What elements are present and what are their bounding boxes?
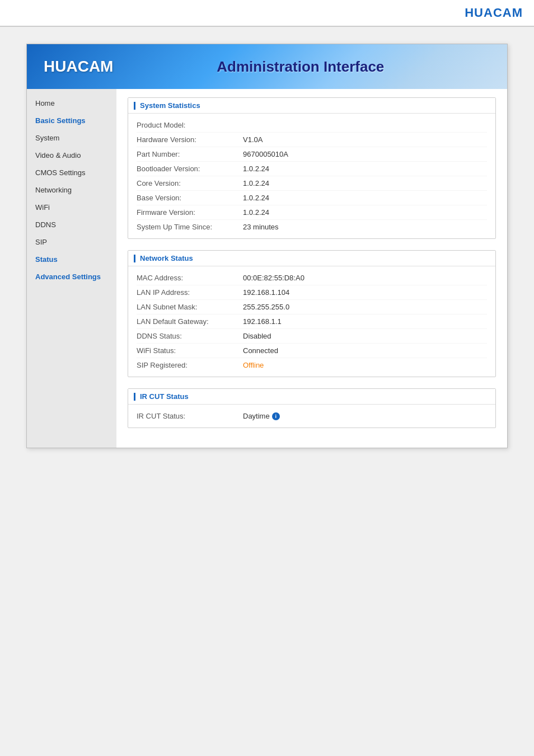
info-label: WiFi Status: (137, 346, 243, 355)
sidebar-item-wifi[interactable]: WiFi (27, 199, 116, 216)
info-label: LAN Default Gateway: (137, 317, 243, 326)
info-label: Core Version: (137, 179, 243, 187)
info-label: MAC Address: (137, 274, 243, 282)
table-row: Hardware Version: V1.0A (137, 133, 487, 147)
top-logo: HUACAM (465, 6, 523, 20)
table-row: Core Version: 1.0.2.24 (137, 176, 487, 191)
panel-title: Administration Interface (217, 58, 384, 76)
sidebar-item-system[interactable]: System (27, 129, 116, 147)
table-row: DDNS Status: Disabled (137, 329, 487, 344)
ir-cut-status-title-bar: IR CUT Status (128, 389, 495, 405)
system-statistics-body: Product Model: Hardware Version: V1.0A P… (128, 114, 495, 238)
ir-cut-status-section: IR CUT Status IR CUT Status: Daytime i (128, 388, 496, 428)
table-row: WiFi Status: Connected (137, 344, 487, 358)
table-row: Product Model: (137, 118, 487, 133)
info-icon: i (272, 412, 280, 420)
info-value: 1.0.2.24 (243, 208, 269, 217)
system-statistics-title: System Statistics (140, 101, 200, 110)
table-row: Base Version: 1.0.2.24 (137, 191, 487, 205)
network-status-body: MAC Address: 00:0E:82:55:D8:A0 LAN IP Ad… (128, 266, 495, 377)
table-row: Part Number: 9670005010A (137, 147, 487, 162)
info-value: 1.0.2.24 (243, 194, 269, 202)
content-area: System Statistics Product Model: Hardwar… (116, 89, 507, 448)
info-label: System Up Time Since: (137, 223, 243, 231)
ir-cut-status-title: IR CUT Status (140, 392, 189, 401)
info-label: Hardware Version: (137, 135, 243, 144)
table-row: Firmware Version: 1.0.2.24 (137, 205, 487, 220)
panel-logo: HUACAM (44, 58, 113, 76)
sidebar-item-cmos-settings[interactable]: CMOS Settings (27, 164, 116, 181)
info-value: 9670005010A (243, 150, 288, 158)
system-statistics-section: System Statistics Product Model: Hardwar… (128, 97, 496, 239)
table-row: LAN IP Address: 192.168.1.104 (137, 285, 487, 300)
network-status-title-bar: Network Status (128, 251, 495, 266)
sidebar-item-advanced-settings[interactable]: Advanced Settings (27, 268, 116, 285)
info-value: Disabled (243, 332, 271, 340)
info-value-ircut: Daytime i (243, 412, 280, 420)
table-row: MAC Address: 00:0E:82:55:D8:A0 (137, 271, 487, 285)
info-label: Base Version: (137, 194, 243, 202)
info-label: SIP Registered: (137, 361, 243, 369)
table-row: System Up Time Since: 23 minutes (137, 220, 487, 234)
info-label: Bootloader Version: (137, 165, 243, 173)
info-label: IR CUT Status: (137, 412, 243, 420)
info-value: 1.0.2.24 (243, 165, 269, 173)
info-value-sip: Offline (243, 361, 264, 369)
info-value: 00:0E:82:55:D8:A0 (243, 274, 305, 282)
table-row: LAN Subnet Mask: 255.255.255.0 (137, 300, 487, 314)
info-value: 1.0.2.24 (243, 179, 269, 187)
network-status-section: Network Status MAC Address: 00:0E:82:55:… (128, 250, 496, 377)
system-statistics-title-bar: System Statistics (128, 98, 495, 114)
table-row: LAN Default Gateway: 192.168.1.1 (137, 314, 487, 329)
top-bar: HUACAM (0, 0, 534, 27)
panel-body: Home Basic Settings System Video & Audio… (27, 89, 507, 448)
info-value: 192.168.1.1 (243, 317, 282, 326)
main-panel: HUACAM Administration Interface Home Bas… (26, 44, 508, 448)
network-status-title: Network Status (140, 254, 193, 262)
info-value: 255.255.255.0 (243, 303, 289, 311)
table-row: IR CUT Status: Daytime i (137, 409, 487, 423)
table-row: SIP Registered: Offline (137, 358, 487, 372)
sidebar-item-home[interactable]: Home (27, 95, 116, 112)
sidebar-item-sip[interactable]: SIP (27, 233, 116, 251)
sidebar-item-video-audio[interactable]: Video & Audio (27, 147, 116, 164)
info-label: Product Model: (137, 121, 243, 129)
sidebar-item-ddns[interactable]: DDNS (27, 216, 116, 233)
info-label: DDNS Status: (137, 332, 243, 340)
sidebar-item-status[interactable]: Status (27, 251, 116, 268)
info-label: LAN Subnet Mask: (137, 303, 243, 311)
ir-cut-status-body: IR CUT Status: Daytime i (128, 405, 495, 428)
info-value: Connected (243, 346, 278, 355)
info-value: 192.168.1.104 (243, 288, 289, 297)
info-value: V1.0A (243, 135, 263, 144)
panel-header: HUACAM Administration Interface (27, 44, 507, 89)
info-label: Part Number: (137, 150, 243, 158)
info-label: Firmware Version: (137, 208, 243, 217)
sidebar: Home Basic Settings System Video & Audio… (27, 89, 116, 448)
page-wrapper: HUACAM Administration Interface Home Bas… (0, 27, 534, 465)
sidebar-item-basic-settings[interactable]: Basic Settings (27, 112, 116, 129)
info-label: LAN IP Address: (137, 288, 243, 297)
table-row: Bootloader Version: 1.0.2.24 (137, 162, 487, 176)
sidebar-item-networking[interactable]: Networking (27, 181, 116, 199)
info-value: 23 minutes (243, 223, 279, 231)
